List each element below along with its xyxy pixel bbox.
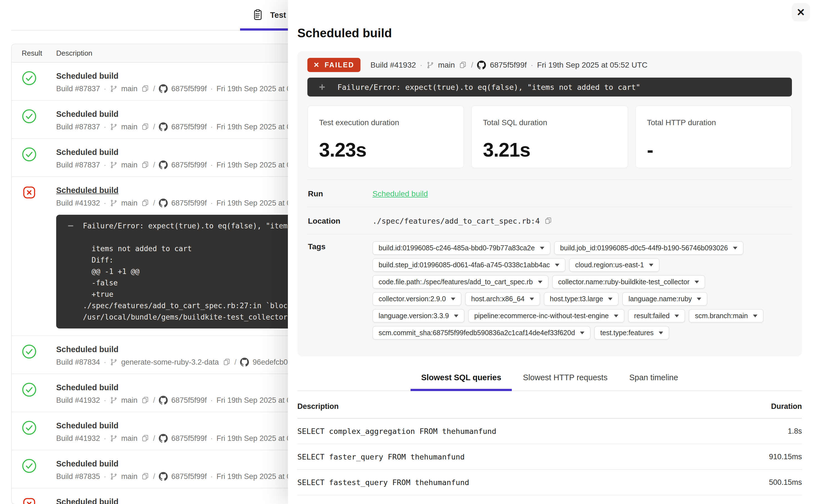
error-banner: Failure/Error: expect(true).to eq(false)… <box>307 78 792 97</box>
drawer-tabs: Slowest SQL queries Slowest HTTP request… <box>297 366 802 391</box>
copy-icon[interactable] <box>223 358 231 366</box>
test-title-link[interactable]: Scheduled build <box>56 345 118 354</box>
chevron-down-icon <box>695 281 699 283</box>
chevron-down-icon <box>697 298 701 300</box>
commit-sha: 6875f5f99f <box>171 123 207 131</box>
test-title-link[interactable]: Scheduled build <box>56 186 118 195</box>
test-title-link[interactable]: Scheduled build <box>56 110 118 119</box>
passed-icon <box>22 420 56 435</box>
build-meta: Build #87837 · main / 6875f5f99f · Fri 1… <box>56 160 323 169</box>
sql-row: SELECT complex_aggregation FROM thehuman… <box>297 419 802 444</box>
separator-dot: · <box>420 61 422 70</box>
separator-dot: · <box>104 472 106 481</box>
tag-chip[interactable]: language.version:3.3.9 <box>372 309 465 323</box>
copy-icon[interactable] <box>141 161 149 169</box>
location-label: Location <box>308 216 372 226</box>
tag-chip[interactable]: build.job_id:01996085-d0c5-44f9-b190-567… <box>554 241 744 255</box>
badge-x-icon: ✕ <box>313 61 320 69</box>
drawer-title: Scheduled build <box>297 26 802 40</box>
copy-icon[interactable] <box>141 199 149 207</box>
test-title-link[interactable]: Scheduled build <box>56 383 118 392</box>
sql-row: SELECT faster_query FROM thehumanfund 91… <box>297 444 802 470</box>
sql-row: SELECT fastest_query FROM thehumanfund 5… <box>297 470 802 495</box>
result-cell <box>22 343 56 367</box>
tag-chip[interactable]: scm.commit_sha:6875f5f99fedb590836a2c1ca… <box>372 326 591 340</box>
stat-card: Total HTTP duration - <box>635 105 792 168</box>
build-date: Fri 19th Sep 2025 at 05:52 UTC <box>537 61 648 70</box>
separator-dot: · <box>210 199 213 207</box>
separator-slash: / <box>153 396 155 405</box>
separator-dot: · <box>104 161 106 169</box>
result-cell <box>22 495 56 504</box>
chevron-down-icon <box>659 332 663 334</box>
tag-chip[interactable]: build.step_id:01996085-d061-4fa6-a745-03… <box>372 258 565 272</box>
tag-chip[interactable]: host.arch:x86_64 <box>465 292 540 306</box>
copy-icon[interactable] <box>544 217 552 225</box>
commit-sha: 6875f5f99f <box>490 61 527 70</box>
copy-icon[interactable] <box>141 123 149 131</box>
column-description: Description <box>56 49 92 58</box>
tag-chip[interactable]: pipeline:ecommerce-inc-without-test-engi… <box>468 309 624 323</box>
tag-chip[interactable]: code.file.path:./spec/features/add_to_ca… <box>372 275 549 289</box>
copy-icon[interactable] <box>141 396 149 404</box>
chevron-down-icon <box>608 298 613 300</box>
github-icon <box>159 472 168 481</box>
duration-header: Duration <box>771 402 802 411</box>
test-title-link[interactable]: Scheduled build <box>56 459 118 468</box>
branch-icon <box>110 123 118 131</box>
run-row: Run Scheduled build <box>307 179 792 207</box>
copy-icon[interactable] <box>141 434 149 443</box>
tags-row: Tags build.id:01996085-c246-485a-bbd0-79… <box>307 234 792 348</box>
build-meta: Build #87837 · main / 6875f5f99f · Fri 1… <box>56 84 323 93</box>
copy-icon[interactable] <box>141 472 149 481</box>
passed-icon <box>22 109 56 124</box>
copy-icon[interactable] <box>459 61 467 69</box>
result-cell <box>22 381 56 405</box>
run-link[interactable]: Scheduled build <box>372 188 428 198</box>
tag-chip[interactable]: collector.name:ruby-buildkite-test_colle… <box>552 275 705 289</box>
separator-slash: / <box>153 85 155 93</box>
tag-chip[interactable]: build.id:01996085-c246-485a-bbd0-79b77a8… <box>372 241 550 255</box>
chevron-down-icon <box>454 315 458 317</box>
description-header: Description <box>297 402 339 411</box>
tag-chip[interactable]: result:failed <box>628 309 685 323</box>
sql-rows: SELECT complex_aggregation FROM thehuman… <box>297 419 802 495</box>
test-title-link[interactable]: Scheduled build <box>56 421 118 430</box>
tag-chip[interactable]: test.type:features <box>594 326 669 340</box>
collapse-icon[interactable] <box>67 222 75 230</box>
drawer-tab[interactable]: Slowest SQL queries <box>421 366 501 391</box>
tag-text: scm.branch:main <box>695 312 748 320</box>
tag-chip[interactable]: collector.version:2.9.0 <box>372 292 461 306</box>
commit-sha: 6875f5f99f <box>171 396 207 405</box>
stat-cards: Test execution duration 3.23s Total SQL … <box>307 105 792 168</box>
separator-dot: · <box>104 358 106 367</box>
tag-chip[interactable]: scm.branch:main <box>689 309 763 323</box>
test-title-link[interactable]: Scheduled build <box>56 148 118 157</box>
test-title-link[interactable]: Scheduled build <box>56 497 118 504</box>
result-cell <box>22 457 56 481</box>
build-number: Build #87837 <box>56 161 100 169</box>
separator-dot: · <box>104 199 106 207</box>
tag-chip[interactable]: host.type:t3.large <box>544 292 619 306</box>
separator-dot: · <box>210 85 213 93</box>
branch-icon <box>110 85 118 93</box>
build-meta: Build #41932 · main / 6875f5f99f · Fri 1… <box>56 396 323 405</box>
branch-icon <box>110 161 118 169</box>
copy-icon[interactable] <box>141 85 149 93</box>
tag-chip[interactable]: cloud.region:us-east-1 <box>569 258 660 272</box>
branch-icon <box>110 358 118 366</box>
sql-duration: 500.15ms <box>769 478 802 487</box>
branch-name: main <box>438 61 455 70</box>
branch-name: main <box>121 85 138 93</box>
tag-text: language.name:ruby <box>628 295 692 303</box>
chevron-down-icon <box>540 247 544 249</box>
test-title-link[interactable]: Scheduled build <box>56 71 118 81</box>
sql-duration: 1.8s <box>788 427 802 436</box>
tag-chip[interactable]: language.name:ruby <box>622 292 707 306</box>
build-number: Build #87837 <box>56 123 100 131</box>
close-button[interactable]: ✕ <box>792 3 810 21</box>
drawer-tab[interactable]: Slowest HTTP requests <box>523 366 607 391</box>
expand-icon[interactable] <box>318 83 326 91</box>
result-cell <box>22 419 56 443</box>
drawer-tab[interactable]: Span timeline <box>629 366 678 391</box>
